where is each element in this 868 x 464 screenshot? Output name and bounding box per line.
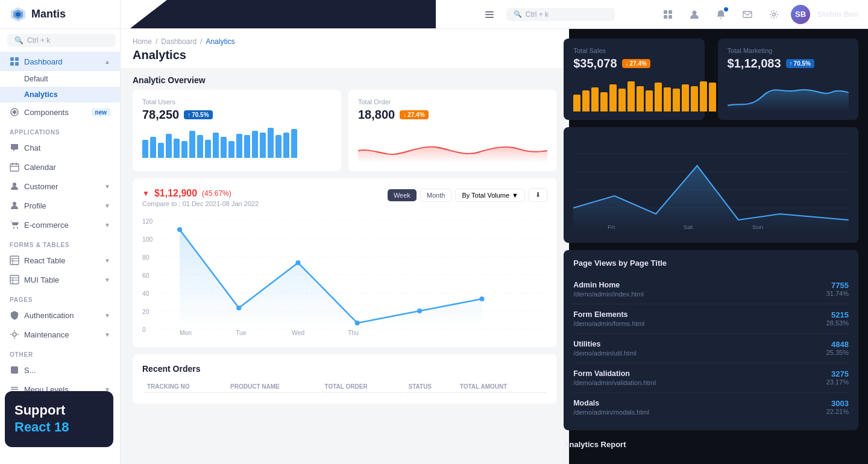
pv-stats-2: 4848 25.35% — [826, 340, 849, 356]
chat-label: Chat — [24, 143, 40, 152]
header-search-input[interactable]: 🔍 Ctrl + k — [506, 8, 615, 21]
svg-text:0: 0 — [142, 327, 146, 333]
section-forms: Forms & Tables — [0, 234, 120, 251]
income-value-row: ▼ $1,12,900 (45.67%) — [142, 188, 259, 199]
top-header: 🔍 Ctrl + k — [121, 0, 868, 29]
total-marketing-chart — [728, 75, 849, 111]
col-product: Product Name — [227, 381, 319, 393]
user-avatar[interactable]: SB — [791, 5, 810, 24]
download-button[interactable]: ⬇ — [529, 188, 547, 202]
sidebar-item-mui-table[interactable]: MUI Table ▼ — [0, 270, 120, 289]
col-total-amount: Total Amount — [456, 381, 546, 393]
svg-rect-3 — [10, 57, 14, 61]
ecommerce-icon — [10, 220, 19, 230]
sample-icon — [10, 365, 19, 375]
col-total-order: Total Order — [321, 381, 404, 393]
chevron-down-icon-3: ▼ — [104, 222, 110, 228]
total-marketing-badge: ↑ 70.5% — [786, 59, 814, 68]
grid-button[interactable] — [658, 5, 678, 24]
income-value: $1,12,900 — [154, 188, 197, 199]
pv-pct-2: 25.35% — [826, 349, 849, 356]
income-overview-section: ▼ $1,12,900 (45.67%) Compare to : 01 Dec… — [133, 178, 557, 347]
sidebar-item-components[interactable]: Components new — [0, 102, 120, 122]
chevron-down-icon: ▼ — [104, 183, 110, 190]
profile-button[interactable] — [685, 5, 704, 24]
orders-table: Tracking No Product Name Total Order Sta… — [142, 380, 547, 394]
section-other: Other — [0, 344, 120, 360]
svg-point-49 — [236, 306, 241, 310]
chevron-up-icon: ▲ — [104, 58, 110, 65]
pv-count-0: 7755 — [826, 281, 849, 290]
ecommerce-label: E-commerce — [24, 221, 69, 230]
react-table-icon — [10, 256, 19, 265]
pv-row-2: Utilities /demo/admin/util.html 4848 25.… — [573, 334, 849, 363]
pv-row-1: Form Elements /demo/admin/forms.html 521… — [573, 304, 849, 334]
total-order-badge: ↓ 27.4% — [400, 110, 428, 119]
col-status: Status — [405, 381, 455, 393]
components-icon — [10, 107, 19, 117]
svg-rect-16 — [11, 366, 18, 374]
notification-button[interactable] — [711, 5, 731, 24]
sidebar-item-authentication[interactable]: Authentication ▼ — [0, 306, 120, 325]
dark-stat-cards: Total Sales $35,078 ↓ 27.4% Total Market… — [564, 36, 858, 120]
volume-select[interactable]: By Total Volume ▼ — [455, 189, 525, 202]
dashboard-label: Dashboard — [24, 57, 63, 66]
svg-rect-13 — [10, 256, 19, 265]
pv-stats-3: 3275 23.17% — [826, 369, 849, 386]
week-button[interactable]: Week — [388, 189, 417, 201]
sidebar-item-calendar[interactable]: Calendar — [0, 157, 120, 177]
svg-text:Thu: Thu — [348, 330, 359, 335]
svg-text:40: 40 — [142, 290, 149, 297]
sidebar-item-profile[interactable]: Profile ▼ — [0, 196, 120, 215]
sidebar-item-ecommerce[interactable]: E-commerce ▼ — [0, 215, 120, 234]
calendar-label: Calendar — [24, 163, 56, 172]
settings-button[interactable] — [764, 5, 784, 24]
chat-icon — [10, 143, 19, 152]
svg-rect-5 — [10, 62, 14, 66]
mantis-logo-icon — [10, 6, 27, 23]
breadcrumb-home[interactable]: Home — [133, 37, 152, 46]
mail-button[interactable] — [738, 5, 757, 24]
breadcrumb-sep1: / — [156, 37, 157, 46]
sidebar-item-dashboard[interactable]: Dashboard ▲ — [0, 52, 120, 71]
svg-rect-21 — [485, 14, 494, 15]
sidebar-sub-default[interactable]: Default — [0, 71, 120, 87]
total-users-value-row: 78,250 ↑ 70.5% — [142, 108, 332, 122]
total-users-value: 78,250 — [142, 108, 179, 122]
svg-text:Wed: Wed — [292, 330, 304, 335]
volume-chevron: ▼ — [512, 192, 518, 199]
total-marketing-label: Total Marketing — [728, 47, 849, 54]
support-react18-toast[interactable]: Support React 18 — [5, 391, 113, 447]
sidebar-item-maintenance[interactable]: Maintenance ▼ — [0, 325, 120, 344]
pv-pct-0: 31.74% — [826, 290, 849, 297]
breadcrumb-dashboard[interactable]: Dashboard — [161, 37, 197, 46]
col-tracking: Tracking No — [143, 381, 225, 393]
total-order-label: Total Order — [358, 98, 547, 105]
svg-point-10 — [13, 202, 16, 205]
total-sales-value: $35,078 — [573, 57, 617, 71]
user-name: Stebin Ben — [817, 10, 858, 19]
sidebar-item-customer[interactable]: Customer ▼ — [0, 177, 120, 196]
pv-stats-1: 5215 28.53% — [826, 310, 849, 327]
volume-label: By Total Volume — [462, 192, 509, 199]
svg-text:Sun: Sun — [752, 224, 763, 230]
section-applications: Applications — [0, 122, 120, 138]
svg-point-27 — [693, 10, 697, 14]
svg-rect-18 — [11, 389, 18, 390]
section-pages: Pages — [0, 289, 120, 306]
profile-icon — [10, 201, 19, 210]
support-line1: Support — [14, 402, 104, 419]
menu-toggle-button[interactable] — [480, 5, 499, 24]
recent-orders-section: Recent Orders Tracking No Product Name T… — [133, 354, 557, 404]
sidebar-item-react-table[interactable]: React Table ▼ — [0, 251, 120, 270]
svg-rect-14 — [10, 275, 19, 284]
svg-point-48 — [177, 227, 182, 232]
sidebar-item-chat[interactable]: Chat — [0, 138, 120, 157]
sidebar-sub-analytics[interactable]: Analytics — [0, 87, 120, 102]
sidebar-search[interactable]: 🔍 Ctrl + k — [7, 34, 116, 47]
app-name: Mantis — [31, 8, 66, 20]
month-button[interactable]: Month — [420, 189, 452, 202]
mui-table-icon — [10, 275, 19, 284]
svg-text:120: 120 — [142, 218, 153, 225]
sidebar-item-sample[interactable]: S... — [0, 360, 120, 380]
